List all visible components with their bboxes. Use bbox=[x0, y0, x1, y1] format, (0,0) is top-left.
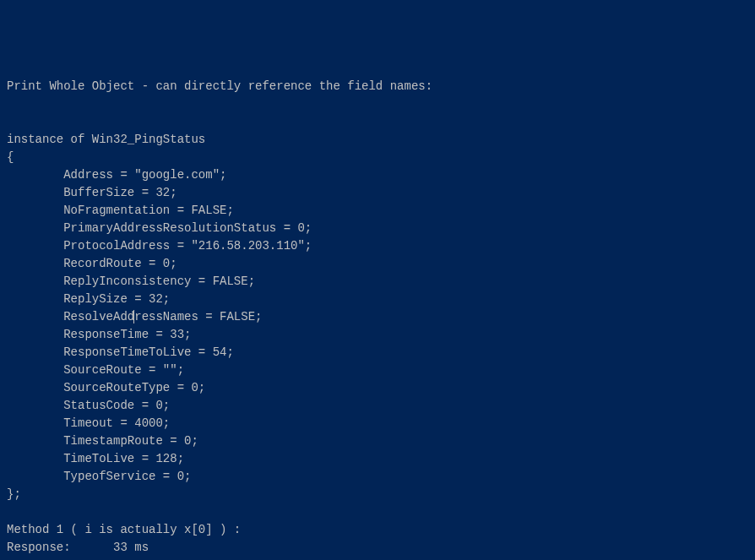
text-cursor bbox=[133, 310, 134, 323]
field-sourceroutetype: SourceRouteType = 0; bbox=[7, 381, 205, 394]
field-nofragmentation: NoFragmentation = FALSE; bbox=[7, 204, 234, 217]
field-protocoladdress: ProtocolAddress = "216.58.203.110"; bbox=[7, 239, 312, 253]
field-primaryaddressresolutionstatus: PrimaryAddressResolutionStatus = 0; bbox=[7, 221, 312, 235]
method-header: Method 1 ( i is actually x[0] ) : bbox=[7, 523, 241, 536]
field-timeout: Timeout = 4000; bbox=[7, 416, 170, 430]
close-brace: }; bbox=[7, 487, 21, 501]
field-replysize: ReplySize = 32; bbox=[7, 292, 170, 306]
field-replyinconsistency: ReplyInconsistency = FALSE; bbox=[7, 275, 255, 288]
header-line: Print Whole Object - can directly refere… bbox=[7, 79, 432, 93]
field-timetolive: TimeToLive = 128; bbox=[7, 452, 184, 465]
field-statuscode: StatusCode = 0; bbox=[7, 399, 170, 412]
response-line: Response: 33 ms bbox=[7, 541, 149, 554]
terminal-output[interactable]: Print Whole Object - can directly refere… bbox=[7, 78, 748, 560]
field-timestamproute: TimestampRoute = 0; bbox=[7, 434, 198, 448]
field-responsetime: ResponseTime = 33; bbox=[7, 328, 191, 341]
instance-line: instance of Win32_PingStatus bbox=[7, 133, 205, 146]
open-brace: { bbox=[7, 150, 14, 164]
field-resolveaddressnames-post: ressNames = FALSE; bbox=[134, 310, 262, 323]
field-typeofservice: TypeofService = 0; bbox=[7, 470, 191, 483]
field-buffersize: BufferSize = 32; bbox=[7, 186, 177, 199]
field-sourceroute: SourceRoute = ""; bbox=[7, 363, 184, 377]
field-responsetimetolive: ResponseTimeToLive = 54; bbox=[7, 345, 234, 359]
field-resolveaddressnames-pre: ResolveAdd bbox=[7, 310, 134, 323]
field-recordroute: RecordRoute = 0; bbox=[7, 257, 177, 270]
field-address: Address = "google.com"; bbox=[7, 168, 226, 182]
